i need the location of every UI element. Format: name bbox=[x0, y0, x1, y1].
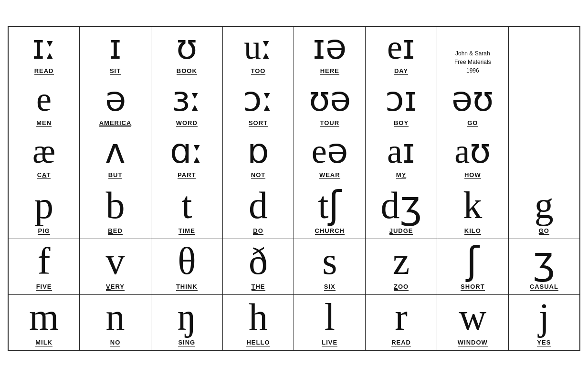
symbol-ʊə: ʊə bbox=[309, 82, 351, 116]
cell-book: ʊ BOOK bbox=[151, 27, 222, 79]
word-very: VERY bbox=[106, 283, 125, 291]
word-milk: MILK bbox=[35, 339, 52, 346]
symbol-aɪ: aɪ bbox=[387, 134, 415, 168]
symbol-ŋ: ŋ bbox=[178, 298, 197, 336]
cell-kilo: k KILO bbox=[437, 183, 508, 239]
symbol-h: h bbox=[249, 298, 268, 336]
word-the: THE bbox=[252, 283, 265, 291]
cell-read: ɪː READ bbox=[8, 27, 80, 79]
symbol-ʒ: ʒ bbox=[533, 242, 555, 280]
cell-zoo: z ZOO bbox=[366, 239, 437, 294]
word-sing: SING bbox=[178, 339, 195, 346]
symbol-dʒ: dʒ bbox=[381, 186, 422, 224]
cell-wear: eə WEAR bbox=[294, 131, 366, 183]
symbol-v: v bbox=[106, 242, 125, 280]
cell-six: s SIX bbox=[294, 239, 366, 294]
credit-cell: John & SarahFree Materials1996 bbox=[437, 27, 508, 79]
cell-very: v VERY bbox=[80, 239, 151, 294]
word-cat: CAT bbox=[37, 171, 51, 179]
symbol-k: k bbox=[463, 186, 482, 224]
word-tour: TOUR bbox=[320, 119, 339, 127]
symbol-l: l bbox=[325, 298, 335, 336]
word-short: SHORT bbox=[461, 283, 485, 291]
cell-the: ð THE bbox=[222, 239, 294, 294]
word-here: HERE bbox=[320, 67, 339, 75]
cell-america: ə AMERICA bbox=[80, 79, 151, 131]
word-casual: CASUAL bbox=[530, 283, 558, 291]
cell-short: ʃ SHORT bbox=[437, 239, 508, 294]
symbol-æ: æ bbox=[32, 134, 55, 168]
symbol-iː: ɪː bbox=[32, 30, 56, 64]
symbol-ɑː: ɑː bbox=[170, 134, 203, 168]
cell-yes: j YES bbox=[508, 294, 580, 351]
cell-casual: ʒ CASUAL bbox=[508, 239, 580, 294]
word-live: LIVE bbox=[322, 339, 337, 346]
row-6: m MILK n NO ŋ SING h HELLO l LIV bbox=[8, 294, 580, 351]
word-not: NOT bbox=[251, 171, 265, 179]
word-how: HOW bbox=[464, 171, 481, 179]
cell-tour: ʊə TOUR bbox=[294, 79, 366, 131]
word-zoo: ZOO bbox=[394, 283, 409, 291]
word-five: FIVE bbox=[36, 283, 52, 291]
cell-go-2: g GO bbox=[508, 183, 580, 239]
cell-pig: p PIG bbox=[8, 183, 80, 239]
word-time: TIME bbox=[178, 227, 195, 235]
word-judge: JUDGE bbox=[389, 227, 413, 235]
cell-how: aʊ HOW bbox=[437, 131, 508, 183]
cell-sort: ɔː SORT bbox=[222, 79, 294, 131]
cell-milk: m MILK bbox=[8, 294, 80, 351]
cell-not: ɒ NOT bbox=[222, 131, 294, 183]
word-no: NO bbox=[110, 339, 121, 346]
row-1: ɪː READ ɪ SIT ʊ BOOK uː TOO ɪə H bbox=[8, 27, 580, 79]
symbol-ɔɪ: ɔɪ bbox=[385, 82, 417, 116]
cell-day: eɪ DAY bbox=[366, 27, 437, 79]
symbol-s: s bbox=[322, 242, 337, 280]
cell-church: tʃ CHURCH bbox=[294, 183, 366, 239]
symbol-uː: uː bbox=[244, 30, 273, 64]
cell-cat: æ CAT bbox=[8, 131, 80, 183]
word-word: WORD bbox=[176, 119, 198, 127]
cell-live: l LIVE bbox=[294, 294, 366, 351]
symbol-aʊ: aʊ bbox=[454, 134, 491, 168]
cell-part: ɑː PART bbox=[151, 131, 222, 183]
word-yes: YES bbox=[537, 339, 551, 346]
row-3: æ CAT ʌ BUT ɑː PART ɒ NOT eə WEA bbox=[8, 131, 580, 183]
symbol-ɪə: ɪə bbox=[313, 30, 346, 64]
symbol-r: r bbox=[395, 298, 408, 336]
symbol-w: w bbox=[459, 298, 486, 336]
word-america: AMERICA bbox=[99, 119, 132, 127]
cell-sing: ŋ SING bbox=[151, 294, 222, 351]
symbol-θ: θ bbox=[178, 242, 196, 280]
word-read-2: READ bbox=[391, 339, 411, 346]
word-but: BUT bbox=[108, 171, 123, 179]
word-bed: BED bbox=[108, 227, 122, 235]
word-go-1: GO bbox=[467, 119, 478, 127]
symbol-b: b bbox=[106, 186, 125, 224]
symbol-ʊ: ʊ bbox=[176, 30, 197, 64]
cell-but: ʌ BUT bbox=[80, 131, 151, 183]
word-hello: HELLO bbox=[246, 339, 270, 346]
word-kilo: KILO bbox=[464, 227, 481, 235]
symbol-ɜː: ɜː bbox=[172, 82, 201, 116]
word-go-2: GO bbox=[539, 227, 549, 235]
symbol-ʌ: ʌ bbox=[105, 134, 126, 168]
word-part: PART bbox=[178, 171, 196, 179]
cell-my: aɪ MY bbox=[366, 131, 437, 183]
cell-hello: h HELLO bbox=[222, 294, 294, 351]
symbol-eə: eə bbox=[312, 134, 348, 168]
symbol-ð: ð bbox=[249, 242, 268, 280]
word-read: READ bbox=[34, 67, 54, 75]
cell-men: e MEN bbox=[8, 79, 80, 131]
symbol-ɪ: ɪ bbox=[109, 30, 122, 64]
word-too: TOO bbox=[251, 67, 266, 75]
cell-read-2: r READ bbox=[366, 294, 437, 351]
cell-window: w WINDOW bbox=[437, 294, 508, 351]
word-boy: BOY bbox=[394, 119, 409, 127]
word-think: THINK bbox=[176, 283, 198, 291]
row-5: f FIVE v VERY θ THINK ð THE s SI bbox=[8, 239, 580, 294]
symbol-ɔː: ɔː bbox=[243, 82, 273, 116]
word-church: CHURCH bbox=[315, 227, 345, 235]
word-my: MY bbox=[396, 171, 407, 179]
symbol-əʊ: əʊ bbox=[452, 82, 494, 116]
word-window: WINDOW bbox=[458, 339, 488, 346]
